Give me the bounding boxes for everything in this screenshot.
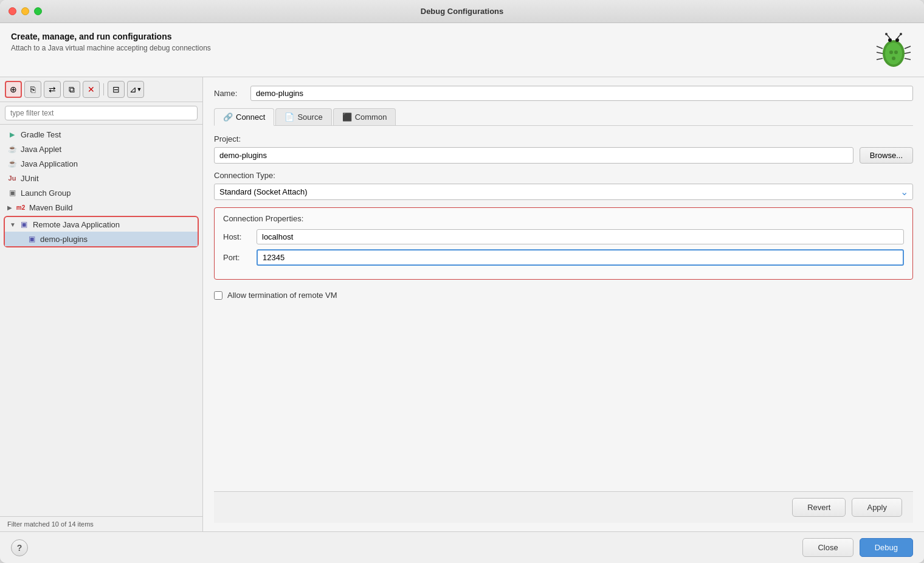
header-title: Create, manage, and run configurations [11, 32, 211, 41]
debug-button[interactable]: Debug [860, 538, 913, 557]
tree-item-demo-plugins[interactable]: ▣ demo-plugins [5, 232, 198, 246]
tree-item-launch-group[interactable]: ▣ Launch Group [0, 185, 202, 200]
svg-line-12 [905, 46, 911, 49]
link-icon: ⇄ [49, 85, 56, 94]
host-input[interactable] [257, 229, 904, 244]
filter-button[interactable]: ⊿ ▼ [127, 81, 144, 98]
duplicate-icon: ⎘ [30, 85, 35, 94]
allow-termination-row: Allow termination of remote VM [214, 291, 913, 300]
window-footer: ? Close Debug [0, 531, 924, 563]
copy-button[interactable]: ⧉ [63, 81, 80, 98]
junit-icon: Ju [7, 173, 17, 183]
connection-type-group: Connection Type: Standard (Socket Attach… [214, 171, 913, 200]
project-group: Project: Browse... [214, 134, 913, 164]
sidebar-footer: Filter matched 10 of 14 items [0, 516, 202, 531]
tab-connect[interactable]: 🔗 Connect [214, 108, 274, 126]
svg-point-17 [892, 57, 895, 60]
revert-apply-bar: Revert Apply [214, 491, 913, 523]
java-applet-icon: ☕ [7, 144, 17, 154]
help-icon: ? [17, 543, 22, 553]
svg-point-15 [889, 50, 893, 54]
junit-label: JUnit [21, 174, 39, 183]
remote-java-icon: ▣ [19, 219, 29, 229]
project-input[interactable] [214, 147, 853, 164]
browse-button[interactable]: Browse... [860, 147, 913, 164]
svg-line-9 [877, 46, 883, 49]
duplicate-button[interactable]: ⎘ [24, 81, 41, 98]
common-tab-icon: ⬛ [342, 112, 352, 122]
header-subtitle: Attach to a Java virtual machine accepti… [11, 44, 211, 52]
port-row: Port: [223, 249, 904, 266]
collapse-icon: ⊟ [112, 85, 120, 94]
java-application-label: Java Application [21, 159, 78, 168]
source-tab-label: Source [297, 112, 322, 122]
name-row: Name: [214, 86, 913, 101]
tab-source[interactable]: 📄 Source [275, 108, 331, 125]
remote-java-label: Remote Java Application [33, 220, 120, 229]
tab-common[interactable]: ⬛ Common [333, 108, 396, 125]
maven-build-label: Maven Build [29, 203, 73, 212]
main-content: ⊕ ⎘ ⇄ ⧉ ✕ ⊟ ⊿ [0, 77, 924, 531]
title-bar: Debug Configurations [0, 0, 924, 23]
svg-point-3 [888, 38, 892, 42]
gradle-test-icon: ▶ [7, 130, 17, 139]
java-applet-label: Java Applet [21, 145, 61, 154]
tree-item-java-applet[interactable]: ☕ Java Applet [0, 142, 202, 156]
delete-button[interactable]: ✕ [83, 81, 100, 98]
revert-button[interactable]: Revert [792, 498, 846, 517]
host-row: Host: [223, 229, 904, 244]
toolbar-separator [103, 83, 104, 95]
svg-point-8 [900, 33, 902, 35]
content-spacer [214, 307, 913, 491]
filter-input[interactable] [5, 106, 198, 120]
collapse-button[interactable]: ⊟ [108, 81, 125, 98]
filter-dropdown-icon: ▼ [137, 86, 142, 92]
svg-point-7 [885, 33, 888, 35]
svg-point-16 [894, 50, 898, 54]
name-input[interactable] [250, 86, 913, 101]
port-input[interactable] [257, 249, 904, 266]
demo-plugins-icon: ▣ [27, 234, 36, 244]
new-configuration-button[interactable]: ⊕ [5, 81, 22, 98]
project-label: Project: [214, 134, 913, 143]
java-application-icon: ☕ [7, 159, 17, 168]
svg-line-14 [905, 58, 911, 60]
close-button[interactable] [9, 7, 16, 15]
gradle-test-label: Gradle Test [21, 130, 61, 139]
demo-plugins-label: demo-plugins [40, 235, 88, 244]
bug-icon [874, 32, 913, 71]
tree-item-gradle-test[interactable]: ▶ Gradle Test [0, 127, 202, 142]
maximize-button[interactable] [34, 7, 42, 15]
traffic-lights [9, 7, 42, 15]
toolbar: ⊕ ⎘ ⇄ ⧉ ✕ ⊟ ⊿ [0, 77, 202, 102]
sidebar: ⊕ ⎘ ⇄ ⧉ ✕ ⊟ ⊿ [0, 77, 203, 531]
common-tab-label: Common [355, 112, 387, 122]
help-button[interactable]: ? [11, 539, 28, 556]
svg-line-10 [877, 52, 883, 54]
port-label: Port: [223, 253, 250, 262]
tree-item-maven-build[interactable]: ▶ m2 Maven Build [0, 200, 202, 215]
new-icon: ⊕ [10, 85, 17, 94]
connection-type-select[interactable]: Standard (Socket Attach) [214, 184, 913, 200]
filter-icon: ⊿ [129, 85, 137, 94]
debug-configurations-window: Debug Configurations Create, manage, and… [0, 0, 924, 563]
filter-box [0, 102, 202, 125]
launch-group-icon: ▣ [7, 188, 17, 198]
host-label: Host: [223, 232, 250, 241]
header-text: Create, manage, and run configurations A… [11, 32, 211, 52]
close-button[interactable]: Close [802, 538, 853, 557]
allow-termination-checkbox[interactable] [214, 291, 222, 300]
tree-item-junit[interactable]: Ju JUnit [0, 171, 202, 185]
link-button[interactable]: ⇄ [44, 81, 61, 98]
tree-item-remote-java-application[interactable]: ▼ ▣ Remote Java Application [5, 217, 198, 232]
apply-button[interactable]: Apply [852, 498, 902, 517]
window-title: Debug Configurations [421, 7, 504, 16]
delete-icon: ✕ [88, 85, 95, 94]
minimize-button[interactable] [21, 7, 29, 15]
maven-build-icon: m2 [16, 202, 26, 212]
connect-tab-icon: 🔗 [223, 112, 233, 122]
connection-properties-box: Connection Properties: Host: Port: [214, 207, 913, 280]
tree-item-java-application[interactable]: ☕ Java Application [0, 156, 202, 171]
remote-java-group: ▼ ▣ Remote Java Application ▣ demo-plugi… [4, 216, 199, 247]
form-content: Project: Browse... Connection Type: Stan… [214, 134, 913, 491]
